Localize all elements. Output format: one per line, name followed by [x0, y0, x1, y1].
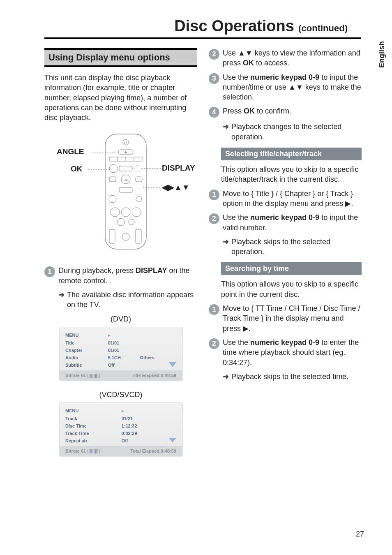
step-3: 3 Use the numeric keypad 0-9 to input th… [209, 72, 362, 102]
svg-point-17 [109, 195, 116, 203]
arrow-icon: ➜ [58, 290, 65, 300]
svg-text:OK: OK [124, 178, 128, 181]
bitrate-vcd: Bitrate 61 |||||||||| [65, 449, 100, 453]
sub2-step2: 2 Use the numeric keypad 0-9 to enter th… [209, 338, 362, 368]
svg-point-19 [111, 208, 120, 217]
page-title-row: Disc Operations (continued) [44, 17, 364, 35]
caption-dvd: (DVD) [44, 315, 197, 324]
elapsed-dvd: Title Elapsed 0:48:59 [131, 373, 176, 378]
left-column: Using Display menu options This unit can… [44, 48, 197, 466]
svg-rect-25 [136, 229, 141, 243]
sub1-result: ➜ Playback skips to the selected operati… [223, 237, 362, 257]
elapsed-vcd: Total Elapsed 0:48:59 [130, 449, 176, 453]
sub1-step1: 1 Move to { Title } / { Chapter } or { T… [209, 189, 362, 209]
sub1-intro: This option allows you to skip to a spec… [221, 164, 362, 185]
result-text: The available disc information appears o… [67, 290, 197, 310]
svg-point-10 [135, 165, 141, 172]
step-badge-1: 1 [209, 190, 219, 200]
svg-marker-4 [124, 151, 127, 153]
bitrate-dvd: Bitrate 61 |||||||||| [65, 373, 100, 378]
osd-menu-vcd: MENU▸ Track01/21 Disc Time1:12:32 Track … [59, 402, 182, 456]
step-badge-1: 1 [44, 266, 55, 277]
arrow-icon: ➜ [223, 372, 229, 382]
svg-rect-12 [119, 187, 132, 192]
svg-point-21 [132, 208, 141, 217]
label-arrows: ◀▶▲▼ [162, 183, 190, 192]
svg-point-9 [109, 164, 118, 173]
step-badge-2: 2 [209, 213, 219, 224]
down-arrow-icon [169, 438, 176, 443]
title-rule [44, 37, 361, 39]
svg-point-2 [125, 142, 127, 144]
step-badge-2: 2 [209, 338, 219, 349]
label-ok: OK [71, 164, 83, 173]
svg-rect-14 [136, 177, 142, 182]
result-line-left: ➜ The available disc information appears… [58, 290, 197, 310]
sub1-step2: 2 Use the numeric keypad 0-9 to input th… [209, 213, 362, 233]
step-badge-2: 2 [209, 49, 219, 60]
subheading-selecting: Selecting title/chapter/track [221, 148, 362, 160]
step-4: 4 Press OK to confirm. [209, 106, 362, 118]
result-step4: ➜ Playback changes to the selected opera… [223, 122, 362, 142]
step-badge-3: 3 [209, 73, 219, 84]
arrow-icon: ➜ [223, 237, 229, 247]
svg-rect-11 [119, 166, 132, 171]
page-number: 27 [356, 530, 364, 539]
label-display: DISPLAY [162, 164, 195, 173]
svg-point-22 [117, 218, 125, 226]
svg-point-23 [129, 219, 134, 225]
osd-menu-dvd: MENU▸ Title01/01 Chapter01/01 Audio5.1CH… [59, 327, 182, 381]
step-2: 2 Use ▲▼ keys to view the information an… [209, 48, 362, 68]
arrow-icon: ➜ [223, 122, 229, 132]
section-heading: Using Display menu options [44, 50, 197, 65]
step-1-left: 1 During playback, press DISPLAY on the … [44, 266, 197, 286]
page-title: Disc Operations [174, 17, 294, 35]
step-badge-4: 4 [209, 107, 219, 118]
sub2-step1: 1 Move to { TT Time / CH Time / Disc Tim… [209, 303, 362, 333]
intro-paragraph: This unit can display the disc playback … [44, 73, 197, 123]
caption-vcd: (VCD/SVCD) [44, 391, 197, 399]
svg-point-20 [121, 208, 130, 217]
label-angle: ANGLE [57, 147, 84, 156]
language-tab: English [378, 41, 386, 68]
sub2-intro: This option allows you to skip to a spec… [221, 279, 362, 299]
section-rule-bottom [44, 65, 197, 67]
svg-point-18 [136, 196, 142, 202]
subheading-searching: Searching by time [221, 262, 362, 275]
svg-point-26 [122, 233, 129, 240]
step-badge-1: 1 [209, 304, 219, 315]
remote-diagram: OK ANGL [47, 130, 195, 253]
step-1-text: During playback, press DISPLAY on the re… [58, 266, 197, 286]
page-title-sub: (continued) [298, 23, 348, 33]
sub2-result: ➜ Playback skips to the selected time. [223, 372, 362, 382]
svg-rect-13 [109, 177, 116, 182]
right-column: 2 Use ▲▼ keys to view the information an… [209, 48, 362, 466]
svg-rect-24 [109, 229, 115, 243]
down-arrow-icon [169, 362, 176, 367]
